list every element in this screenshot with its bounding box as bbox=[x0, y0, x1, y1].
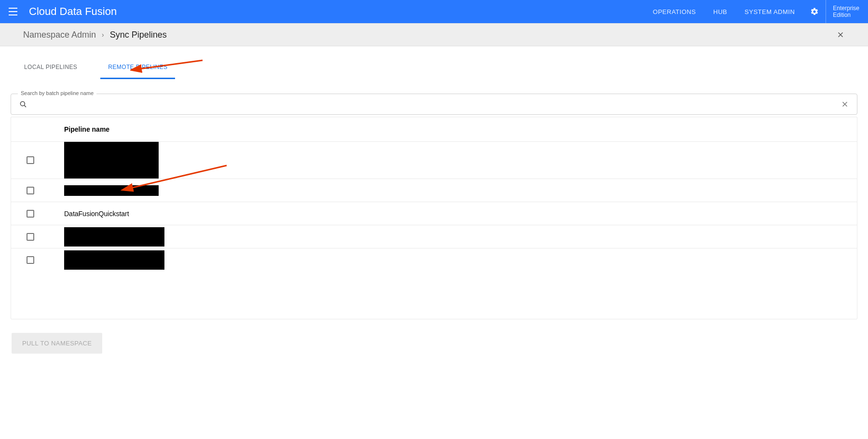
svg-point-0 bbox=[20, 101, 25, 106]
edition-line1: Enterprise bbox=[833, 5, 859, 12]
redacted-block bbox=[64, 185, 159, 196]
search-container: Search by batch pipeline name bbox=[11, 94, 857, 115]
row-checkbox[interactable] bbox=[27, 233, 34, 241]
search-icon bbox=[19, 100, 27, 109]
redacted-block bbox=[64, 142, 159, 178]
header-left: Cloud Data Fusion bbox=[0, 5, 117, 18]
row-checkbox-cell bbox=[11, 233, 53, 241]
row-checkbox-cell bbox=[11, 156, 53, 164]
row-checkbox[interactable] bbox=[27, 210, 34, 218]
app-header: Cloud Data Fusion OPERATIONS HUB SYSTEM … bbox=[0, 0, 868, 23]
tab-remote-pipelines[interactable]: REMOTE PIPELINES bbox=[104, 55, 171, 79]
search-label: Search by batch pipeline name bbox=[18, 90, 96, 96]
breadcrumb: Namespace Admin › Sync Pipelines bbox=[0, 23, 868, 46]
breadcrumb-current: Sync Pipelines bbox=[110, 30, 167, 40]
row-checkbox-cell bbox=[11, 256, 53, 264]
redacted-block bbox=[64, 250, 164, 270]
settings-icon[interactable] bbox=[803, 0, 826, 23]
row-checkbox[interactable] bbox=[27, 156, 34, 164]
tab-local-pipelines[interactable]: LOCAL PIPELINES bbox=[20, 55, 81, 79]
row-checkbox[interactable] bbox=[27, 256, 34, 264]
edition-label: Enterprise Edition bbox=[826, 0, 868, 23]
pipeline-name-cell[interactable]: DataFusionQuickstart bbox=[53, 210, 857, 218]
breadcrumb-parent[interactable]: Namespace Admin bbox=[23, 30, 96, 40]
nav-hub[interactable]: HUB bbox=[705, 0, 736, 23]
table-row bbox=[11, 141, 857, 178]
tabs: LOCAL PIPELINES REMOTE PIPELINES bbox=[9, 55, 859, 79]
search-input[interactable] bbox=[34, 100, 834, 109]
table-row bbox=[11, 248, 857, 271]
table-header: Pipeline name bbox=[11, 117, 857, 141]
row-checkbox[interactable] bbox=[27, 187, 34, 194]
pipeline-name-cell bbox=[64, 185, 857, 196]
footer: PULL TO NAMESPACE bbox=[9, 319, 859, 367]
row-checkbox-cell bbox=[11, 187, 53, 194]
table-row bbox=[11, 225, 857, 248]
edition-line2: Edition bbox=[833, 12, 859, 18]
main-content: LOCAL PIPELINES REMOTE PIPELINES Search … bbox=[0, 46, 868, 376]
row-checkbox-cell bbox=[11, 210, 53, 218]
nav-system-admin[interactable]: SYSTEM ADMIN bbox=[736, 0, 803, 23]
menu-icon[interactable] bbox=[9, 6, 20, 17]
pipeline-name-cell bbox=[64, 250, 857, 270]
pipeline-name-cell bbox=[64, 142, 857, 178]
header-right: OPERATIONS HUB SYSTEM ADMIN Enterprise E… bbox=[644, 0, 868, 23]
product-title: Cloud Data Fusion bbox=[29, 5, 117, 18]
clear-search-icon[interactable] bbox=[841, 100, 849, 109]
table-row: DataFusionQuickstart bbox=[11, 202, 857, 225]
pipeline-name-cell bbox=[64, 227, 857, 247]
nav-operations[interactable]: OPERATIONS bbox=[644, 0, 705, 23]
table-body: DataFusionQuickstart bbox=[11, 141, 857, 271]
redacted-block bbox=[64, 227, 164, 247]
chevron-right-icon: › bbox=[102, 31, 104, 39]
pipelines-table: Pipeline name DataFusionQuickstart bbox=[11, 117, 857, 319]
column-pipeline-name: Pipeline name bbox=[53, 125, 857, 133]
close-icon[interactable] bbox=[836, 30, 845, 39]
table-row bbox=[11, 178, 857, 202]
pull-to-namespace-button[interactable]: PULL TO NAMESPACE bbox=[12, 333, 102, 354]
